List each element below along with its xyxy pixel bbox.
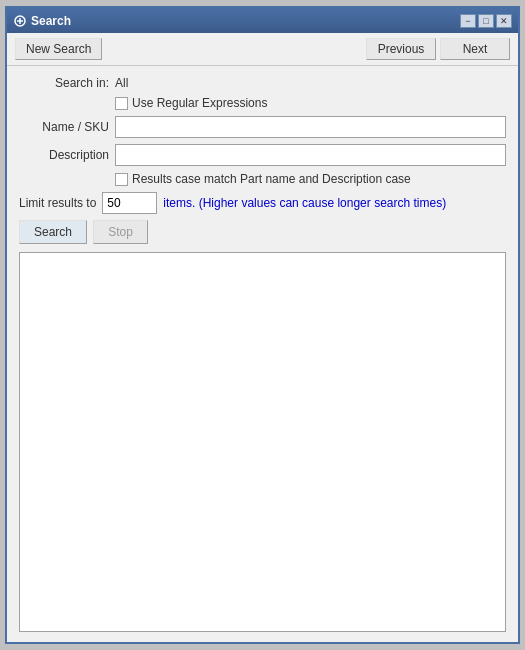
description-row: Description [19,144,506,166]
title-bar: Search − □ ✕ [7,9,518,33]
minimize-button[interactable]: − [460,14,476,28]
use-regex-label: Use Regular Expressions [132,96,267,110]
use-regex-checkbox[interactable] [115,97,128,110]
search-in-label: Search in: [19,76,109,90]
limit-label: Limit results to [19,196,96,210]
description-input[interactable] [115,144,506,166]
name-sku-label: Name / SKU [19,120,109,134]
name-sku-input[interactable] [115,116,506,138]
search-button[interactable]: Search [19,220,87,244]
window-icon [13,14,27,28]
limit-row: Limit results to items. (Higher values c… [19,192,506,214]
close-button[interactable]: ✕ [496,14,512,28]
description-label: Description [19,148,109,162]
restore-button[interactable]: □ [478,14,494,28]
case-match-checkbox[interactable] [115,173,128,186]
next-button[interactable]: Next [440,38,510,60]
content-area: Search in: All Use Regular Expressions N… [7,66,518,642]
limit-hint: items. (Higher values can cause longer s… [163,196,446,210]
results-area [19,252,506,632]
search-in-value: All [115,76,128,90]
use-regex-row: Use Regular Expressions [115,96,506,110]
window-controls: − □ ✕ [460,14,512,28]
name-sku-row: Name / SKU [19,116,506,138]
stop-button: Stop [93,220,148,244]
limit-input[interactable] [102,192,157,214]
window-title: Search [31,14,460,28]
new-search-button[interactable]: New Search [15,38,102,60]
action-row: Search Stop [19,220,506,244]
case-match-label: Results case match Part name and Descrip… [132,172,411,186]
toolbar: New Search Previous Next [7,33,518,66]
search-in-row: Search in: All [19,76,506,90]
search-window: Search − □ ✕ New Search Previous Next Se… [5,6,520,644]
case-match-row: Results case match Part name and Descrip… [115,172,506,186]
previous-button[interactable]: Previous [366,38,436,60]
